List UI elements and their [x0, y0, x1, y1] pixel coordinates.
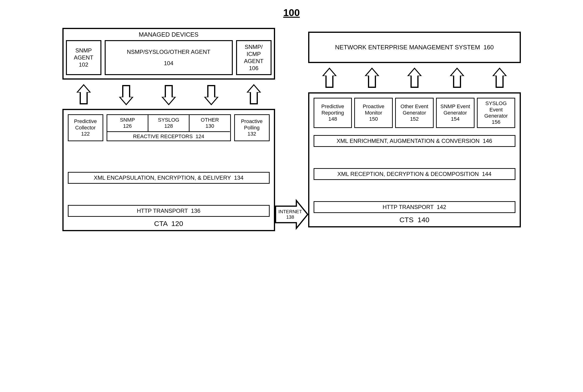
- xml-encapsulation-bar: XML ENCAPSULATION, ENCRYPTION, & DELIVER…: [68, 172, 270, 184]
- arrow-down-icon: [204, 84, 219, 105]
- snmp-agent-label: SNMP AGENT: [69, 47, 99, 61]
- syslog-event-generator-box: SYSLOG Event Generator 156: [477, 98, 515, 128]
- cta-ref: 120: [171, 220, 183, 228]
- proactive-polling-label: Proactive Polling: [236, 118, 268, 131]
- xml-encapsulation-label: XML ENCAPSULATION, ENCRYPTION, & DELIVER…: [94, 174, 231, 181]
- reactive-other-ref: 130: [205, 123, 214, 129]
- reactive-other-label: OTHER: [201, 117, 219, 123]
- snmp-agent-ref: 102: [79, 61, 88, 68]
- arrow-down-icon: [161, 84, 176, 105]
- reactive-snmp-label: SNMP: [120, 117, 135, 123]
- xml-reception-label: XML RECEPTION, DECRYPTION & DECOMPOSITIO…: [337, 171, 479, 177]
- reactive-other-box: OTHER 130: [190, 115, 230, 132]
- cta-text: CTA: [154, 220, 167, 228]
- http-transport-left-label: HTTP TRANSPORT: [137, 208, 188, 214]
- arrow-up-icon: [76, 84, 91, 105]
- managed-devices-box: MANAGED DEVICES SNMP AGENT 102 NSMP/SYSL…: [62, 28, 275, 80]
- proactive-polling-ref: 132: [247, 131, 256, 137]
- right-arrow-row: [308, 66, 521, 90]
- predictive-reporting-box: Predictive Reporting 148: [314, 98, 352, 128]
- reactive-receptors-text: REACTIVE RECEPTORS: [133, 134, 193, 139]
- reactive-snmp-box: SNMP 126: [107, 115, 148, 132]
- right-column: NETWORK ENTERPRISE MANAGEMENT SYSTEM 160…: [308, 32, 521, 228]
- snmp-agent-box: SNMP AGENT 102: [66, 40, 101, 75]
- proactive-monitor-ref: 150: [369, 116, 378, 122]
- nsmp-syslog-other-agent-box: NSMP/SYSLOG/OTHER AGENT 104: [105, 40, 233, 75]
- xml-enrichment-ref: 146: [483, 138, 492, 144]
- snmp-event-generator-ref: 154: [451, 116, 460, 122]
- cts-label: CTS 140: [314, 213, 515, 224]
- other-event-generator-label: Other Event Generator: [397, 104, 431, 116]
- snmp-event-generator-box: SNMP Event Generator 154: [436, 98, 474, 128]
- predictive-collector-box: Predictive Collector 122: [68, 114, 103, 141]
- managed-devices-title: MANAGED DEVICES: [66, 31, 272, 38]
- middle-column: INTERNET 138: [275, 29, 308, 230]
- cts-box: Predictive Reporting 148 Proactive Monit…: [308, 92, 521, 228]
- predictive-collector-ref: 122: [81, 131, 90, 137]
- arrow-up-icon: [247, 84, 261, 105]
- nsmp-syslog-other-agent-label: NSMP/SYSLOG/OTHER AGENT: [127, 48, 210, 56]
- snmp-icmp-agent-box: SNMP/ ICMP AGENT 106: [236, 40, 272, 75]
- other-event-generator-box: Other Event Generator 152: [395, 98, 434, 128]
- xml-reception-ref: 144: [482, 171, 491, 177]
- left-arrow-row: [62, 83, 275, 106]
- nems-label: NETWORK ENTERPRISE MANAGEMENT SYSTEM: [335, 44, 480, 51]
- reactive-syslog-box: SYSLOG 128: [148, 115, 190, 132]
- figure-id: 100: [14, 7, 569, 18]
- nems-box: NETWORK ENTERPRISE MANAGEMENT SYSTEM 160: [308, 32, 521, 63]
- reactive-syslog-label: SYSLOG: [158, 117, 179, 123]
- internet-label: INTERNET: [278, 209, 302, 214]
- proactive-monitor-label: Proactive Monitor: [356, 104, 391, 116]
- http-transport-right-ref: 142: [437, 204, 446, 210]
- proactive-monitor-box: Proactive Monitor 150: [354, 98, 393, 128]
- predictive-reporting-label: Predictive Reporting: [316, 104, 350, 116]
- http-transport-left-ref: 136: [191, 208, 200, 214]
- http-transport-right-label: HTTP TRANSPORT: [383, 204, 434, 210]
- proactive-polling-box: Proactive Polling 132: [234, 114, 270, 141]
- internet-ref: 138: [286, 214, 294, 220]
- snmp-icmp-agent-label: SNMP/ ICMP AGENT: [239, 44, 269, 65]
- arrow-up-icon: [322, 68, 337, 89]
- xml-encapsulation-ref: 134: [234, 174, 243, 181]
- reactive-syslog-ref: 128: [164, 123, 173, 129]
- cta-box: Predictive Collector 122 SNMP 126 SYSLOG…: [62, 109, 275, 231]
- syslog-event-generator-ref: 156: [492, 119, 500, 125]
- cts-text: CTS: [399, 216, 414, 224]
- cts-ref: 140: [418, 216, 429, 224]
- internet-arrow: INTERNET 138: [275, 199, 308, 230]
- arrow-up-icon: [450, 68, 464, 89]
- nsmp-syslog-other-agent-ref: 104: [164, 60, 173, 67]
- nems-ref: 160: [483, 44, 494, 51]
- reactive-snmp-ref: 126: [123, 123, 132, 129]
- arrow-up-icon: [407, 68, 422, 89]
- system-diagram: MANAGED DEVICES SNMP AGENT 102 NSMP/SYSL…: [14, 28, 569, 231]
- reactive-receptors-label: REACTIVE RECEPTORS 124: [107, 132, 230, 140]
- predictive-reporting-ref: 148: [328, 116, 337, 122]
- http-transport-right-bar: HTTP TRANSPORT 142: [314, 201, 515, 213]
- reactive-receptors-ref: 124: [196, 134, 204, 139]
- xml-enrichment-label: XML ENRICHMENT, AUGMENTATION & CONVERSIO…: [336, 138, 479, 144]
- xml-reception-bar: XML RECEPTION, DECRYPTION & DECOMPOSITIO…: [314, 168, 515, 180]
- syslog-event-generator-label: SYSLOG Event Generator: [479, 100, 513, 119]
- snmp-icmp-agent-ref: 106: [249, 65, 258, 72]
- reactive-receptors-box: SNMP 126 SYSLOG 128 OTHER 130 R: [107, 114, 231, 141]
- xml-enrichment-bar: XML ENRICHMENT, AUGMENTATION & CONVERSIO…: [314, 135, 515, 147]
- left-column: MANAGED DEVICES SNMP AGENT 102 NSMP/SYSL…: [62, 28, 275, 231]
- snmp-event-generator-label: SNMP Event Generator: [438, 104, 472, 116]
- http-transport-left-bar: HTTP TRANSPORT 136: [68, 205, 270, 217]
- arrow-down-icon: [119, 84, 134, 105]
- cta-label: CTA 120: [68, 217, 270, 228]
- other-event-generator-ref: 152: [410, 116, 419, 122]
- predictive-collector-label: Predictive Collector: [70, 118, 101, 131]
- arrow-up-icon: [365, 68, 379, 89]
- arrow-up-icon: [492, 68, 507, 89]
